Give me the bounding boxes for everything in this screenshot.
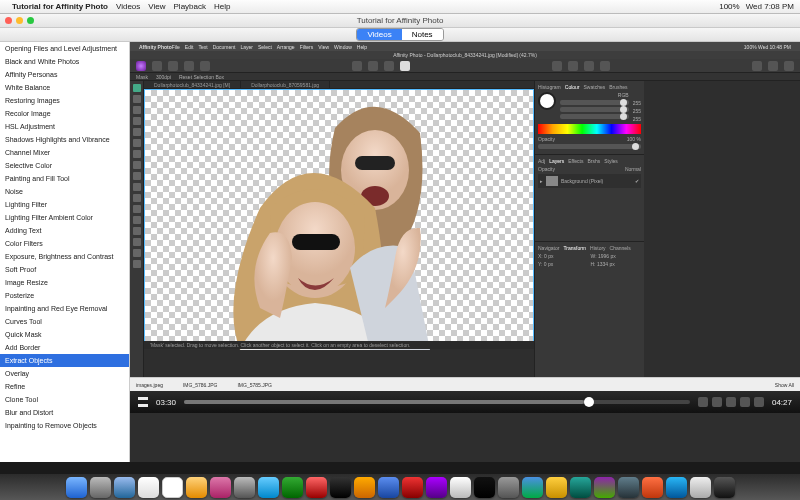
dock-app-icon[interactable] — [642, 477, 663, 498]
dock-app-icon[interactable] — [162, 477, 183, 498]
panel-tab[interactable]: Channels — [610, 245, 631, 251]
dock-app-icon[interactable] — [402, 477, 423, 498]
sidebar-item[interactable]: Extract Objects — [0, 354, 129, 367]
show-all-button[interactable]: Show All — [775, 382, 794, 388]
context-reset[interactable]: Reset Selection Box — [179, 74, 224, 80]
context-dpi[interactable]: 300dpi — [156, 74, 171, 80]
toolbar-icon[interactable] — [384, 61, 394, 71]
dock-trash-icon[interactable] — [714, 477, 735, 498]
dock-app-icon[interactable] — [474, 477, 495, 498]
sidebar-item[interactable]: White Balance — [0, 81, 129, 94]
sidebar-item[interactable]: Inpainting and Red Eye Removal — [0, 302, 129, 315]
persona-export-icon[interactable] — [200, 61, 210, 71]
doc-tab[interactable]: Dollarphotoclub_87059581.jpg — [241, 81, 330, 88]
dock-app-icon[interactable] — [546, 477, 567, 498]
transform-x[interactable]: X: 0 px — [538, 253, 589, 259]
sidebar-item[interactable]: Clone Tool — [0, 393, 129, 406]
clone-tool-icon[interactable] — [133, 128, 141, 136]
color-mode[interactable]: RGB — [560, 92, 629, 98]
tab-videos[interactable]: Videos — [357, 29, 401, 40]
tutorial-list[interactable]: Opening Files and Level AdjustmentBlack … — [0, 42, 130, 462]
sidebar-item[interactable]: Selective Color — [0, 159, 129, 172]
sidebar-item[interactable]: HSL Adjustment — [0, 120, 129, 133]
transform-y[interactable]: Y: 0 px — [538, 261, 589, 267]
app-menu[interactable]: Tutorial for Affinity Photo — [12, 2, 108, 11]
seek-knob[interactable] — [584, 397, 594, 407]
toolbar-icon[interactable] — [584, 61, 594, 71]
doc-tab[interactable]: Dollarphotoclub_84334241.jpg [M] — [144, 81, 241, 88]
opacity-value[interactable]: 100 % — [627, 136, 641, 142]
move-tool-icon[interactable] — [133, 84, 141, 92]
context-mask[interactable]: Mask — [136, 74, 148, 80]
thumb-label[interactable]: IMG_5785.JPG — [237, 382, 271, 388]
dock-app-icon[interactable] — [450, 477, 471, 498]
panel-tab[interactable]: Brshs — [587, 158, 600, 164]
dock-app-icon[interactable] — [378, 477, 399, 498]
tab-notes[interactable]: Notes — [402, 29, 443, 40]
toolbar-icon[interactable] — [568, 61, 578, 71]
dock-app-icon[interactable] — [282, 477, 303, 498]
pause-button[interactable] — [138, 397, 148, 407]
sidebar-item[interactable]: Blur and Distort — [0, 406, 129, 419]
burn-tool-icon[interactable] — [133, 238, 141, 246]
sidebar-item[interactable]: Add Border — [0, 341, 129, 354]
dock-app-icon[interactable] — [618, 477, 639, 498]
crop-tool-icon[interactable] — [133, 106, 141, 114]
fill-tool-icon[interactable] — [133, 150, 141, 158]
menu-help[interactable]: Help — [214, 2, 230, 11]
document-tabs[interactable]: Dollarphotoclub_84334241.jpg [M] Dollarp… — [144, 81, 534, 89]
dock-app-icon[interactable] — [354, 477, 375, 498]
sidebar-item[interactable]: Channel Mixer — [0, 146, 129, 159]
panel-tab[interactable]: History — [590, 245, 606, 251]
sidebar-item[interactable]: Quick Mask — [0, 328, 129, 341]
dock-app-icon[interactable] — [690, 477, 711, 498]
menu-videos[interactable]: Videos — [116, 2, 140, 11]
dock-app-icon[interactable] — [522, 477, 543, 498]
sidebar-item[interactable]: Recolor Image — [0, 107, 129, 120]
toolbar-icon[interactable] — [784, 61, 794, 71]
sidebar-item[interactable]: Restoring Images — [0, 94, 129, 107]
checkmark-icon[interactable]: ✔ — [635, 178, 639, 184]
sidebar-item[interactable]: Color Filters — [0, 237, 129, 250]
shape-tool-icon[interactable] — [133, 194, 141, 202]
dock-app-icon[interactable] — [138, 477, 159, 498]
dodge-tool-icon[interactable] — [133, 227, 141, 235]
toolbar-icon[interactable] — [752, 61, 762, 71]
persona-develop-icon[interactable] — [184, 61, 194, 71]
sidebar-item[interactable]: Noise — [0, 185, 129, 198]
dock-app-icon[interactable] — [330, 477, 351, 498]
thumb-label[interactable]: IMG_5786.JPG — [183, 382, 217, 388]
gradient-tool-icon[interactable] — [133, 161, 141, 169]
hue-strip[interactable] — [538, 124, 641, 134]
heal-tool-icon[interactable] — [133, 139, 141, 147]
dock-app-icon[interactable] — [594, 477, 615, 498]
dock-app-icon[interactable] — [210, 477, 231, 498]
sidebar-item[interactable]: Soft Proof — [0, 263, 129, 276]
panel-tab[interactable]: Brushes — [609, 84, 627, 90]
slider-r[interactable] — [560, 100, 629, 105]
dock-app-icon[interactable] — [258, 477, 279, 498]
persona-photo-icon[interactable] — [152, 61, 162, 71]
sidebar-item[interactable]: Opening Files and Level Adjustment — [0, 42, 129, 55]
text-tool-icon[interactable] — [133, 172, 141, 180]
color-picker-icon[interactable] — [133, 260, 141, 268]
mac-dock[interactable] — [0, 474, 800, 500]
sidebar-item[interactable]: Overlay — [0, 367, 129, 380]
opacity-slider[interactable] — [538, 144, 641, 149]
transparent-canvas[interactable] — [144, 89, 534, 349]
toolbar-icon[interactable] — [400, 61, 410, 71]
blend-mode[interactable]: Normal — [625, 166, 641, 172]
panel-tab[interactable]: Styles — [604, 158, 618, 164]
panel-tab[interactable]: Adj — [538, 158, 545, 164]
panel-tab[interactable]: Colour — [565, 84, 580, 90]
sidebar-item[interactable]: Image Resize — [0, 276, 129, 289]
sidebar-item[interactable]: Inpainting to Remove Objects — [0, 419, 129, 432]
toolbar-icon[interactable] — [352, 61, 362, 71]
sidebar-item[interactable]: Lighting Filter — [0, 198, 129, 211]
layer-name[interactable]: Background (Pixel) — [561, 178, 603, 184]
transform-w[interactable]: W: 1996 px — [591, 253, 642, 259]
sidebar-item[interactable]: Posterize — [0, 289, 129, 302]
panel-tab[interactable]: Swatches — [584, 84, 606, 90]
seek-bar[interactable] — [184, 400, 690, 404]
sidebar-item[interactable]: Black and White Photos — [0, 55, 129, 68]
